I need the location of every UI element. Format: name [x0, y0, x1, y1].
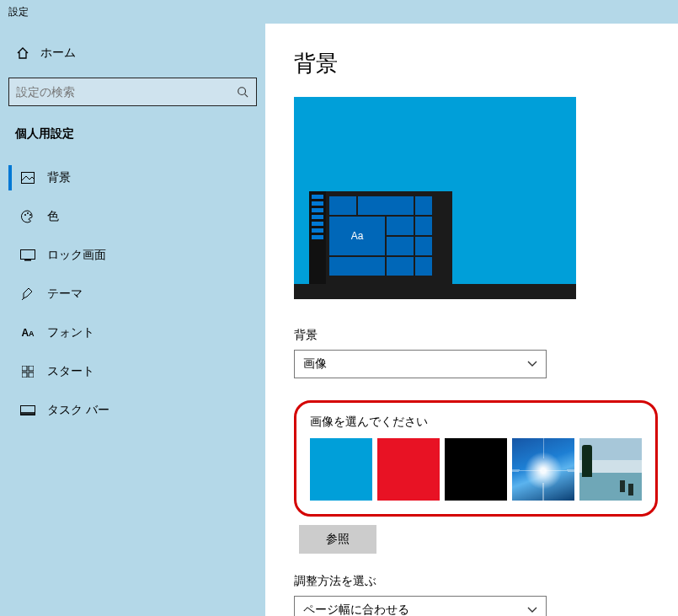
- svg-rect-7: [24, 260, 31, 261]
- bg-thumb-win10-rays[interactable]: [512, 438, 574, 501]
- bg-thumb-solid-black[interactable]: [445, 438, 507, 501]
- chevron-down-icon: [527, 361, 537, 367]
- sidebar-item-label: 色: [47, 209, 59, 224]
- sidebar-item-label: タスク バー: [47, 403, 109, 418]
- sidebar-nav: 背景 色 ロック画面 テーマ: [8, 158, 257, 430]
- svg-point-0: [238, 88, 246, 95]
- svg-rect-8: [22, 366, 27, 371]
- sidebar-item-fonts[interactable]: AA フォント: [8, 313, 257, 352]
- search-icon: [236, 86, 249, 98]
- bg-thumb-coastal-photo[interactable]: [579, 438, 642, 501]
- window-title: 設定: [8, 5, 29, 19]
- font-icon: AA: [20, 327, 35, 339]
- taskbar-icon: [20, 405, 35, 415]
- preview-taskbar: [294, 284, 576, 299]
- home-icon: [15, 46, 30, 60]
- desktop-preview: Aa: [294, 97, 576, 299]
- content-area: 背景 Aa 背景 画像 画像を選んでください: [265, 24, 678, 616]
- choose-image-section: 画像を選んでください: [294, 400, 658, 517]
- bg-thumb-solid-red[interactable]: [377, 438, 440, 501]
- palette-icon: [20, 210, 35, 223]
- search-box[interactable]: [8, 78, 257, 106]
- chevron-down-icon: [527, 607, 537, 613]
- sidebar-item-colors[interactable]: 色: [8, 197, 257, 236]
- preview-start-menu: Aa: [309, 191, 452, 284]
- sidebar-item-taskbar[interactable]: タスク バー: [8, 391, 257, 430]
- svg-line-1: [245, 94, 248, 98]
- sidebar-item-label: ロック画面: [47, 248, 106, 263]
- start-icon: [20, 366, 35, 378]
- preview-start-rail: [309, 191, 326, 284]
- sidebar-item-start[interactable]: スタート: [8, 352, 257, 391]
- svg-point-5: [29, 214, 31, 216]
- preview-sample-tile: Aa: [329, 217, 385, 255]
- sidebar: ホーム 個人用設定 背景 色: [0, 24, 265, 616]
- sidebar-item-label: スタート: [47, 364, 94, 379]
- sidebar-item-themes[interactable]: テーマ: [8, 275, 257, 313]
- bg-type-label: 背景: [294, 328, 649, 343]
- svg-rect-6: [21, 250, 35, 260]
- svg-rect-10: [22, 372, 27, 378]
- sidebar-home[interactable]: ホーム: [8, 40, 257, 66]
- page-title: 背景: [294, 49, 649, 78]
- fit-label: 調整方法を選ぶ: [294, 574, 649, 589]
- sidebar-item-lockscreen[interactable]: ロック画面: [8, 236, 257, 275]
- image-thumbnail-row: [310, 438, 642, 501]
- lock-screen-icon: [20, 249, 35, 261]
- sidebar-item-label: フォント: [47, 325, 94, 340]
- search-input[interactable]: [16, 85, 236, 99]
- svg-rect-13: [21, 412, 35, 415]
- sidebar-section-heading: 個人用設定: [8, 123, 257, 150]
- bg-type-value: 画像: [303, 356, 327, 372]
- theme-icon: [20, 287, 35, 301]
- picture-icon: [20, 172, 35, 184]
- svg-point-4: [27, 212, 29, 214]
- svg-rect-11: [29, 372, 34, 378]
- svg-rect-9: [29, 366, 34, 371]
- browse-button[interactable]: 参照: [299, 525, 376, 554]
- sidebar-item-background[interactable]: 背景: [8, 158, 257, 197]
- choose-image-label: 画像を選んでください: [310, 415, 642, 430]
- sidebar-home-label: ホーム: [40, 46, 76, 61]
- svg-point-3: [24, 214, 26, 216]
- fit-select[interactable]: ページ幅に合わせる: [294, 596, 547, 616]
- sidebar-item-label: テーマ: [47, 287, 83, 302]
- bg-thumb-solid-blue[interactable]: [310, 438, 372, 501]
- fit-value: ページ幅に合わせる: [303, 603, 409, 616]
- sidebar-item-label: 背景: [47, 170, 71, 185]
- window-titlebar: 設定: [0, 0, 678, 24]
- bg-type-select[interactable]: 画像: [294, 350, 547, 378]
